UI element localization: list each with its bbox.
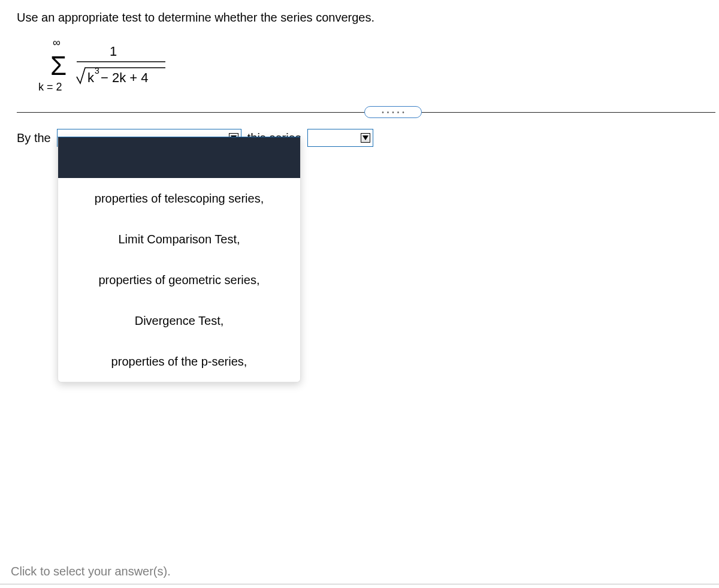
sum-lower: k = 2 xyxy=(38,81,62,93)
svg-marker-1 xyxy=(362,135,368,140)
dropdown-option[interactable]: Divergence Test, xyxy=(58,300,300,341)
bottom-border xyxy=(0,584,719,584)
section-divider: ••••• xyxy=(17,106,715,118)
sum-upper: ∞ xyxy=(53,39,61,49)
dropdown-option[interactable]: properties of the p-series, xyxy=(58,341,300,382)
dropdown-option[interactable]: properties of telescoping series, xyxy=(58,178,300,219)
result-select[interactable] xyxy=(307,129,373,147)
dropdown-option[interactable]: properties of geometric series, xyxy=(58,260,300,300)
question-text: Use an appropriate test to determine whe… xyxy=(17,11,702,25)
series-formula: ∞ Σ k = 2 1 k 3 − 2k + 4 xyxy=(38,39,702,95)
footer-prompt: Click to select your answer(s). xyxy=(11,565,171,578)
radicand-k: k xyxy=(87,70,95,85)
radicand-rest: − 2k + 4 xyxy=(101,70,149,85)
pill-dots-icon: ••••• xyxy=(379,109,407,116)
divider-pill[interactable]: ••••• xyxy=(364,106,422,118)
answer-prefix: By the xyxy=(17,131,51,145)
test-select-dropdown: properties of telescoping series, Limit … xyxy=(58,137,301,382)
chevron-down-icon xyxy=(361,133,370,143)
dropdown-option[interactable]: Limit Comparison Test, xyxy=(58,219,300,260)
radicand-exp: 3 xyxy=(95,66,99,76)
fraction-numerator: 1 xyxy=(110,44,117,59)
sigma-symbol: Σ xyxy=(50,51,67,80)
dropdown-option[interactable] xyxy=(58,137,300,178)
